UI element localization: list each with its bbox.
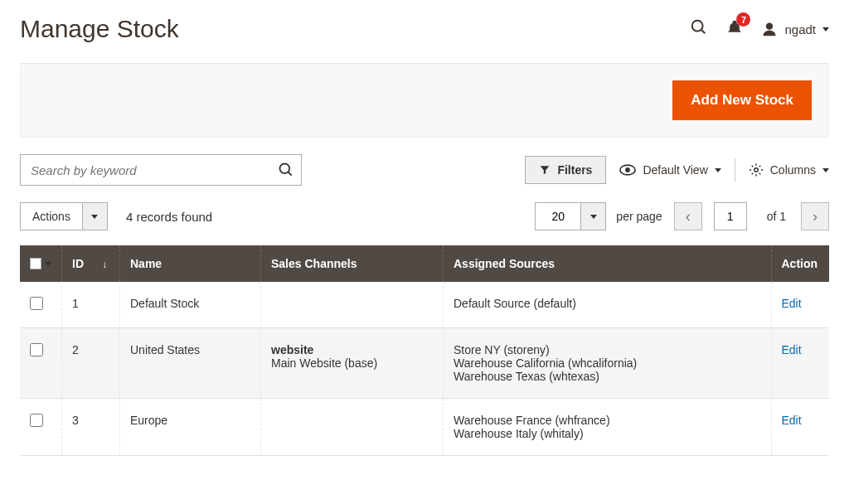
notifications-icon[interactable]: 7: [726, 18, 743, 40]
svg-line-1: [701, 30, 706, 34]
cell-sales-channels: [261, 282, 444, 328]
cell-id: 3: [62, 399, 120, 456]
records-found-label: 4 records found: [126, 210, 212, 224]
svg-point-2: [766, 23, 773, 30]
search-submit-icon[interactable]: [278, 162, 294, 178]
chevron-right-icon: ›: [813, 208, 817, 225]
edit-link[interactable]: Edit: [782, 414, 802, 427]
gear-icon: [749, 162, 764, 177]
add-new-stock-button[interactable]: Add New Stock: [672, 80, 812, 120]
per-page-label: per page: [616, 210, 662, 223]
table-row: 3EuropeWarehouse France (whfrance)Wareho…: [20, 399, 829, 456]
funnel-icon: [539, 164, 551, 176]
row-checkbox[interactable]: [30, 343, 43, 356]
row-checkbox[interactable]: [30, 414, 43, 427]
table-row: 1Default StockDefault Source (default)Ed…: [20, 282, 829, 328]
header-action: Action: [771, 245, 829, 282]
per-page-input[interactable]: [535, 202, 581, 230]
page-title: Manage Stock: [20, 15, 179, 43]
prev-page-button[interactable]: ‹: [674, 202, 702, 230]
edit-link[interactable]: Edit: [782, 297, 802, 310]
user-menu[interactable]: ngadt: [761, 21, 829, 37]
header-name[interactable]: Name: [120, 245, 261, 282]
row-checkbox[interactable]: [30, 297, 43, 310]
svg-line-4: [289, 172, 292, 176]
svg-point-7: [754, 168, 759, 172]
search-input[interactable]: [31, 155, 278, 185]
sort-arrow-icon: ↓: [102, 259, 107, 270]
username-label: ngadt: [784, 22, 816, 36]
cell-id: 2: [62, 328, 120, 399]
cell-assigned-sources: Warehouse France (whfrance)Warehouse Ita…: [444, 399, 772, 456]
header-sales-channels[interactable]: Sales Channels: [261, 245, 444, 282]
table-row: 2United StateswebsiteMain Website (base)…: [20, 328, 829, 399]
cell-name: Default Stock: [120, 282, 261, 328]
cell-sales-channels: [261, 399, 444, 456]
caret-down-icon: [822, 168, 829, 172]
cell-id: 1: [62, 282, 120, 328]
page-input[interactable]: [714, 202, 747, 230]
cell-assigned-sources: Store NY (storeny)Warehouse California (…: [444, 328, 772, 399]
bulk-actions-select[interactable]: Actions: [20, 202, 108, 230]
caret-down-icon: [715, 168, 721, 172]
cell-name: United States: [120, 328, 261, 399]
caret-down-icon: [822, 27, 829, 32]
cell-name: Europe: [120, 399, 261, 456]
default-view-label: Default View: [643, 163, 707, 177]
filters-label: Filters: [557, 163, 592, 177]
page-total-label: of 1: [767, 210, 786, 223]
header-assigned-sources[interactable]: Assigned Sources: [444, 245, 772, 282]
svg-point-3: [280, 164, 290, 174]
filters-button[interactable]: Filters: [525, 156, 606, 184]
cell-assigned-sources: Default Source (default): [444, 282, 772, 328]
chevron-left-icon: ‹: [686, 208, 691, 225]
per-page-arrow[interactable]: [581, 202, 606, 230]
svg-point-0: [692, 21, 703, 32]
cell-sales-channels: websiteMain Website (base): [261, 328, 444, 399]
notifications-badge: 7: [736, 12, 750, 27]
columns-label: Columns: [770, 163, 816, 177]
bulk-actions-label: Actions: [21, 203, 82, 230]
columns-control[interactable]: Columns: [749, 162, 829, 177]
search-box[interactable]: [20, 154, 302, 186]
svg-point-6: [625, 167, 630, 172]
header-id[interactable]: ID ↓: [62, 245, 120, 282]
eye-icon: [619, 164, 636, 176]
stock-table: ID ↓ Name Sales Channels Assigned Source…: [20, 245, 829, 456]
default-view-control[interactable]: Default View: [619, 163, 720, 177]
separator: [735, 158, 735, 182]
search-icon[interactable]: [690, 18, 708, 40]
edit-link[interactable]: Edit: [782, 343, 802, 356]
select-all-checkbox[interactable]: [30, 258, 51, 269]
bulk-actions-arrow[interactable]: [82, 203, 107, 230]
next-page-button[interactable]: ›: [801, 202, 829, 230]
